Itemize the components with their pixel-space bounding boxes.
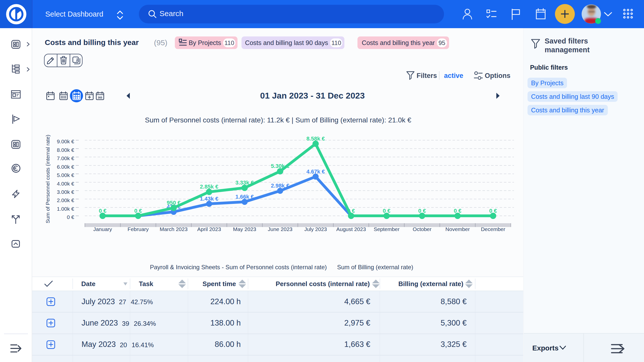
- svg-text:November: November: [446, 226, 470, 232]
- svg-text:365: 365: [98, 96, 102, 99]
- svg-text:9.00k €: 9.00k €: [57, 139, 74, 144]
- svg-text:September: September: [374, 226, 399, 232]
- svg-text:February: February: [128, 226, 149, 232]
- svg-text:2.00k €: 2.00k €: [57, 197, 74, 203]
- svg-text:June 2023: June 2023: [268, 226, 292, 232]
- svg-text:January: January: [93, 226, 112, 232]
- svg-text:0 €: 0 €: [67, 214, 74, 220]
- svg-text:4.00k €: 4.00k €: [57, 181, 74, 187]
- svg-text:Sum of Personnel costs (intern: Sum of Personnel costs (internal rate): [45, 135, 51, 223]
- svg-text:3.00k €: 3.00k €: [57, 189, 74, 195]
- svg-text:July 2023: July 2023: [304, 226, 327, 232]
- svg-text:6.00k €: 6.00k €: [57, 164, 74, 170]
- svg-text:5.00k €: 5.00k €: [57, 172, 74, 178]
- svg-text:August 2023: August 2023: [336, 226, 366, 232]
- svg-text:October: October: [413, 226, 432, 232]
- svg-text:May 2023: May 2023: [233, 226, 256, 232]
- svg-text:December: December: [481, 226, 505, 232]
- svg-text:March 2023: March 2023: [160, 226, 188, 232]
- svg-text:1.00k €: 1.00k €: [57, 206, 74, 212]
- svg-text:8.00k €: 8.00k €: [57, 147, 74, 153]
- svg-text:April 2023: April 2023: [197, 226, 221, 232]
- svg-text:7.00k €: 7.00k €: [57, 155, 74, 161]
